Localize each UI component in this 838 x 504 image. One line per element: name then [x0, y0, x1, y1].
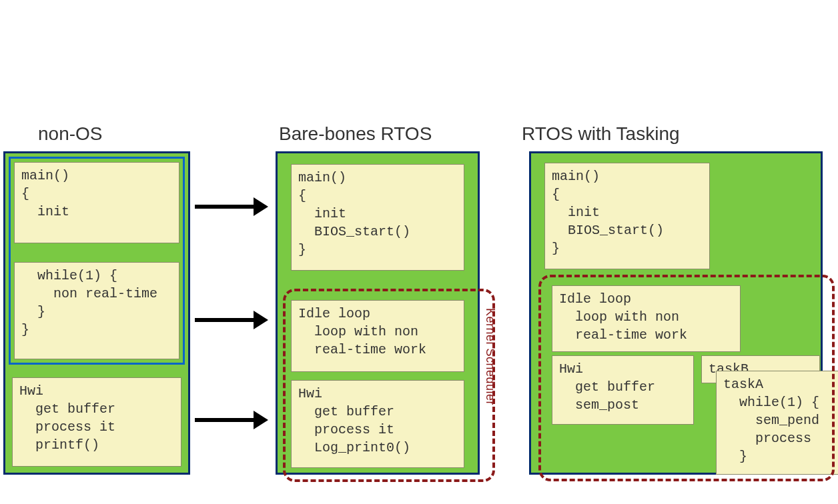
title-nonos: non-OS — [38, 123, 103, 145]
code-bare-idle: Idle loop loop with non real-time work — [291, 300, 464, 372]
panel-nonos: main() { init while(1) { non real-time }… — [3, 151, 190, 475]
code-bare-main: main() { init BIOS_start() } — [291, 164, 464, 271]
code-tasking-hwi: Hwi get buffer sem_post — [552, 355, 694, 425]
nonos-blue-wrap: main() { init while(1) { non real-time }… — [9, 157, 185, 365]
code-nonos-hwi: Hwi get buffer process it printf() — [12, 377, 181, 467]
panel-bare: main() { init BIOS_start() } Idle loop l… — [276, 151, 480, 475]
kernel-label-bare: Kernel Scheduler — [483, 308, 497, 405]
title-tasking: RTOS with Tasking — [522, 123, 680, 145]
title-bare: Bare-bones RTOS — [279, 123, 432, 145]
code-nonos-while: while(1) { non real-time } } — [14, 262, 179, 359]
diagram-root: non-OS Bare-bones RTOS RTOS with Tasking… — [0, 0, 838, 504]
code-nonos-main: main() { init — [14, 162, 179, 243]
code-tasking-main: main() { init BIOS_start() } — [544, 163, 710, 269]
code-tasking-taskA: taskA while(1) { sem_pend process } — [716, 371, 838, 475]
panel-tasking: main() { init BIOS_start() } Idle loop l… — [529, 151, 823, 475]
code-tasking-idle: Idle loop loop with non real-time work — [552, 285, 741, 352]
code-bare-hwi: Hwi get buffer process it Log_print0() — [291, 380, 464, 468]
